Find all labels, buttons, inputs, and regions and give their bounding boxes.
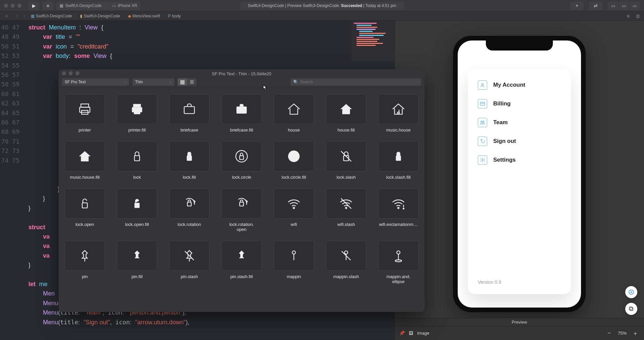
symbol-wifi-exclamationm…[interactable]: wifi.exclamationm… [378,188,418,232]
symbol-briefcase[interactable]: briefcase [169,94,209,133]
minimap[interactable] [351,21,394,61]
scheme-selector[interactable]: ▦ SwiftUI-DesignCode 〉 ▭ iPhone XR [56,2,140,10]
sf-search-input[interactable] [300,80,418,84]
symbol-briefcase-fill[interactable]: briefcase.fill [221,94,262,133]
scheme-project-label: SwiftUI-DesignCode [65,3,102,8]
window-traffic-lights[interactable] [4,4,21,8]
standard-editor-button[interactable]: ▭ [608,2,619,10]
version-editor-button[interactable]: ▭ [629,2,640,10]
editor-options-button[interactable]: ≣ [625,13,632,19]
symbol-printer-fill[interactable]: printer.fill [117,94,157,133]
grid-view-button[interactable]: ▦ [178,78,187,86]
menu-item-settings[interactable]: Settings [478,155,561,165]
sf-zoom-dot[interactable] [75,71,79,75]
lock.slash-icon [326,141,366,171]
symbol-lock-rotation-open[interactable]: lock.rotation.open [221,188,262,232]
zoom-dot[interactable] [17,4,21,8]
sf-font-select[interactable]: SF Pro Text⌄ [62,78,129,86]
symbol-label: house [288,128,300,133]
sf-view-toggle[interactable]: ▦ ≣ [178,78,196,86]
pin.slash.fill-icon [221,241,262,271]
symbol-music-house[interactable]: music.house [378,94,418,133]
lock.open-icon [65,188,105,219]
symbol-lock[interactable]: lock [117,141,157,180]
wifi-icon [274,188,314,219]
symbol-printer[interactable]: printer [65,94,105,133]
stop-button[interactable]: ■ [42,2,54,10]
sf-weight-select[interactable]: Thin⌄ [132,78,174,86]
svg-point-4 [483,121,485,123]
symbol-mappin-slash[interactable]: mappin.slash [326,241,366,284]
nav-forward-button[interactable]: 〉 [21,13,29,19]
editor-layout-segment[interactable]: ▭ ▭ ▭ [608,2,640,10]
menu-item-signout[interactable]: Sign out [478,137,561,146]
symbol-lock-rotation[interactable]: lock.rotation [169,188,209,232]
preview-live-button[interactable] [625,286,637,298]
crumb-project[interactable]: SwiftUI-DesignCode [36,14,72,18]
image-icon: 🖼 [409,331,413,336]
symbol-pin-fill[interactable]: pin.fill [117,241,157,284]
symbol-label: lock.fill [183,175,196,180]
symbol-lock-open[interactable]: lock.open [65,188,105,232]
add-editor-button[interactable]: ▥ [634,13,641,19]
svg-rect-19 [134,156,139,161]
symbol-house[interactable]: house [274,94,314,133]
symbol-label: lock.circle.fill [282,175,306,180]
crumb-file[interactable]: MenuView.swift [132,14,160,18]
close-dot[interactable] [4,4,8,8]
nav-back-button[interactable]: 〈 [12,13,19,19]
breadcrumb[interactable]: ▦ SwiftUI-DesignCode〉 ▮ SwiftUI-DesignCo… [31,13,181,19]
preview-duplicate-button[interactable] [625,303,637,315]
symbol-pin[interactable]: pin [65,241,105,284]
symbol-wifi[interactable]: wifi [274,188,314,232]
symbol-house-fill[interactable]: house.fill [326,94,366,133]
symbol-label: printer [79,128,91,133]
menu-item-team[interactable]: Team [478,118,561,127]
symbol-lock-open-fill[interactable]: lock.open.fill [117,188,157,232]
list-view-button[interactable]: ≣ [187,78,196,86]
symbol-lock-slash-fill[interactable]: lock.slash.fill [378,141,418,180]
zoom-in-button[interactable]: ＋ [631,329,639,337]
svg-point-47 [292,251,296,254]
svg-point-3 [481,121,482,123]
printer-icon [65,94,105,124]
symbol-music-house-fill[interactable]: music.house.fill [65,141,105,180]
symbol-mappin-and-ellipse[interactable]: mappin.and.ellipse [378,241,418,284]
library-plus-button[interactable]: ＋ [570,2,584,10]
symbol-pin-slash-fill[interactable]: pin.slash.fill [221,241,262,284]
symbol-pin-slash[interactable]: pin.slash [169,241,209,284]
svg-point-18 [84,159,86,161]
symbol-label: lock.open.fill [125,222,149,227]
pin-icon[interactable]: 📌 [399,331,405,336]
line-gutter: 46 47 48 49 50 51 52 53 54 55 56 57 58 5… [0,21,24,165]
sf-symbols-window[interactable]: SF Pro Text - Thin - 15.0d4e20 SF Pro Te… [59,69,425,312]
symbol-mappin[interactable]: mappin [274,241,314,284]
preview-tab[interactable]: Preview [395,318,644,326]
svg-rect-16 [237,106,247,113]
symbol-lock-circle-fill[interactable]: lock.circle.fill [274,141,314,180]
crumb-symbol[interactable]: body [172,14,181,18]
symbol-lock-slash[interactable]: lock.slash [326,141,366,180]
code-review-button[interactable]: ⇄ [589,2,602,10]
symbol-lock-circle[interactable]: lock.circle [221,141,262,180]
pin.slash-icon [169,241,209,271]
symbol-label: wifi [291,222,297,227]
menu-item-billing[interactable]: Billing [478,99,561,108]
run-button[interactable]: ▶ [28,2,40,10]
sf-symbols-grid[interactable]: printerprinter.fillbriefcasebriefcase.fi… [59,88,425,312]
menu-item-account[interactable]: My Account [478,80,561,90]
symbol-label: briefcase [181,128,198,133]
symbol-lock-fill[interactable]: lock.fill [169,141,209,180]
sf-search-field[interactable]: 🔍 [291,78,421,86]
sf-min-dot[interactable] [69,71,73,75]
assistant-editor-button[interactable]: ▭ [619,2,629,10]
minimize-dot[interactable] [11,4,15,8]
zoom-out-button[interactable]: − [605,329,613,337]
swift-file-icon: ◆ [128,14,131,18]
crumb-folder[interactable]: SwiftUI-DesignCode [84,14,120,18]
wifi.slash-icon [326,188,366,219]
symbol-wifi-slash[interactable]: wifi.slash [326,188,366,232]
sf-close-dot[interactable] [62,71,66,75]
related-items-button[interactable]: ⌗ [3,13,10,19]
sf-window-titlebar[interactable]: SF Pro Text - Thin - 15.0d4e20 [59,69,425,78]
